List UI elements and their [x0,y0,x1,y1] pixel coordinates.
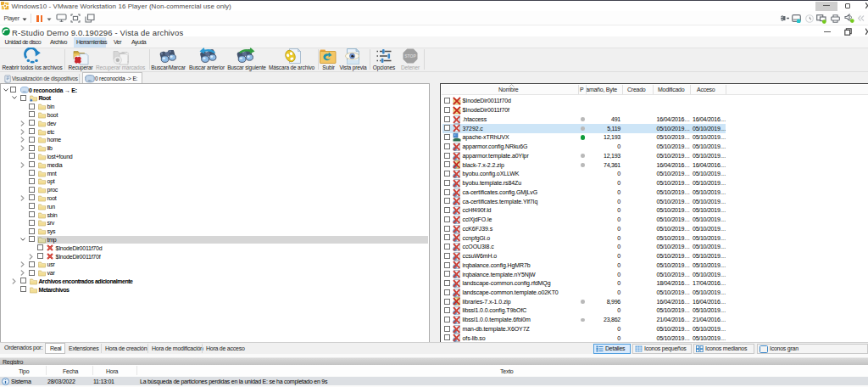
svg-text:STOP: STOP [404,53,416,59]
svg-text:rec: rec [88,79,92,82]
svg-text:rec: rec [22,90,26,93]
